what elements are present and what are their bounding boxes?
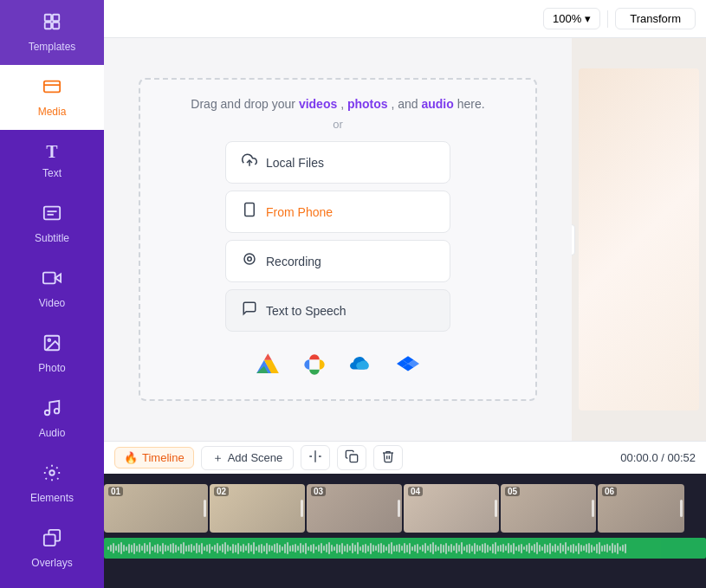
waveform-bar <box>107 546 109 550</box>
sidebar-item-overlays[interactable]: Overlays <box>0 516 104 581</box>
svg-point-22 <box>248 257 252 262</box>
waveform-bar <box>536 542 538 554</box>
waveform-bar <box>334 546 335 551</box>
waveform-bar <box>495 542 496 554</box>
waveform-bar <box>599 542 600 554</box>
svg-rect-3 <box>53 23 59 29</box>
svg-rect-28 <box>350 455 358 462</box>
clip-handle[interactable] <box>204 500 206 517</box>
waveform-bar <box>232 544 234 553</box>
onedrive-button[interactable] <box>344 347 379 382</box>
waveform-bar <box>196 543 198 553</box>
track-clip[interactable]: 05 <box>501 484 596 533</box>
transform-button[interactable]: Transform <box>615 8 696 29</box>
zoom-arrow-icon: ▾ <box>585 12 591 25</box>
duplicate-button[interactable] <box>337 445 366 470</box>
waveform-bar <box>570 545 572 552</box>
sidebar-item-subtitle[interactable]: Subtitle <box>0 191 104 256</box>
waveform-bar <box>612 543 613 553</box>
collapse-button[interactable]: ‹ <box>572 224 575 255</box>
sidebar-item-bkground[interactable]: BKground <box>0 581 104 588</box>
from-phone-button[interactable]: From Phone <box>225 191 450 233</box>
waveform-bar <box>313 544 314 553</box>
svg-point-21 <box>244 254 255 264</box>
clip-handle[interactable] <box>680 500 683 517</box>
waveform-bar <box>227 545 229 552</box>
waveform-bar <box>510 545 512 552</box>
track-clip[interactable]: 01 <box>104 484 208 533</box>
svg-point-12 <box>45 410 50 416</box>
preview-canvas <box>579 68 700 410</box>
sidebar-item-text[interactable]: T Text <box>0 130 104 191</box>
clip-handle[interactable] <box>495 500 497 517</box>
waveform-bar <box>193 546 195 551</box>
media-icon <box>42 77 62 100</box>
clip-handle[interactable] <box>301 500 303 517</box>
sidebar-item-media[interactable]: Media <box>0 65 104 130</box>
waveform-bar <box>219 546 221 551</box>
sidebar-item-photo[interactable]: Photo <box>0 321 104 386</box>
local-files-button[interactable]: Local Files <box>225 141 450 184</box>
waveform-bar <box>466 545 468 552</box>
clip-handle[interactable] <box>592 500 594 517</box>
sidebar-label-text: Text <box>42 167 62 179</box>
waveform-bar <box>617 543 619 554</box>
zoom-button[interactable]: 100% ▾ <box>543 8 600 29</box>
track-clip[interactable]: 06 <box>598 484 684 533</box>
waveform-bar <box>437 546 439 551</box>
waveform-bar <box>531 546 533 551</box>
waveform-bar <box>126 546 127 551</box>
waveform-bar <box>453 546 455 551</box>
sidebar-item-audio[interactable]: Audio <box>0 386 104 451</box>
recording-label: Recording <box>266 255 321 268</box>
recording-button[interactable]: Recording <box>225 240 450 282</box>
or-divider: or <box>333 118 343 131</box>
google-drive-button[interactable] <box>250 347 285 382</box>
waveform-bar <box>139 544 140 552</box>
waveform-bar <box>276 543 278 553</box>
waveform-bar <box>279 545 281 552</box>
waveform-bar <box>344 546 346 552</box>
clip-number: 06 <box>602 487 617 496</box>
waveform-bar <box>339 545 340 552</box>
split-button[interactable] <box>301 445 330 470</box>
waveform-bar <box>237 543 239 554</box>
sidebar-item-video[interactable]: Video <box>0 256 104 321</box>
waveform-bar <box>261 544 262 553</box>
waveform-bar <box>456 543 457 553</box>
waveform-bar <box>243 544 244 552</box>
clip-number: 04 <box>408 487 423 496</box>
waveform-bar <box>370 543 372 554</box>
waveform-bar <box>591 545 593 552</box>
timeline-button[interactable]: 🔥 Timeline <box>114 447 194 468</box>
waveform-bar <box>123 545 125 552</box>
delete-button[interactable] <box>373 445 403 470</box>
clip-handle[interactable] <box>398 500 400 517</box>
waveform-bar <box>274 544 275 552</box>
from-phone-label: From Phone <box>266 205 333 219</box>
sidebar-item-elements[interactable]: Elements <box>0 451 104 516</box>
waveform-bar <box>308 546 309 551</box>
track-clip[interactable]: 02 <box>210 484 305 533</box>
dropbox-button[interactable] <box>391 347 425 382</box>
duplicate-icon <box>345 449 359 466</box>
track-clip[interactable]: 03 <box>307 484 402 533</box>
text-to-speech-button[interactable]: Text to Speech <box>225 289 450 332</box>
sidebar-label-media: Media <box>38 106 67 118</box>
google-photos-button[interactable] <box>297 347 332 382</box>
timeline-area: 🔥 Timeline ＋ Add Scene <box>104 441 706 588</box>
waveform-bar <box>539 545 541 552</box>
waveform-bar <box>513 543 515 554</box>
svg-rect-4 <box>44 81 60 93</box>
add-scene-button[interactable]: ＋ Add Scene <box>201 446 295 470</box>
svg-rect-1 <box>53 15 59 21</box>
waveform-bar <box>269 545 270 552</box>
media-upload-panel: Drag and drop your videos , photos , and… <box>139 78 537 401</box>
waveform-bar <box>295 544 296 552</box>
sidebar-item-templates[interactable]: Templates <box>0 0 104 65</box>
waveform-bar <box>580 545 582 552</box>
waveform-bar <box>191 544 192 552</box>
waveform-bar <box>253 542 255 554</box>
waveform-bar <box>326 544 327 552</box>
track-clip[interactable]: 04 <box>404 484 499 533</box>
